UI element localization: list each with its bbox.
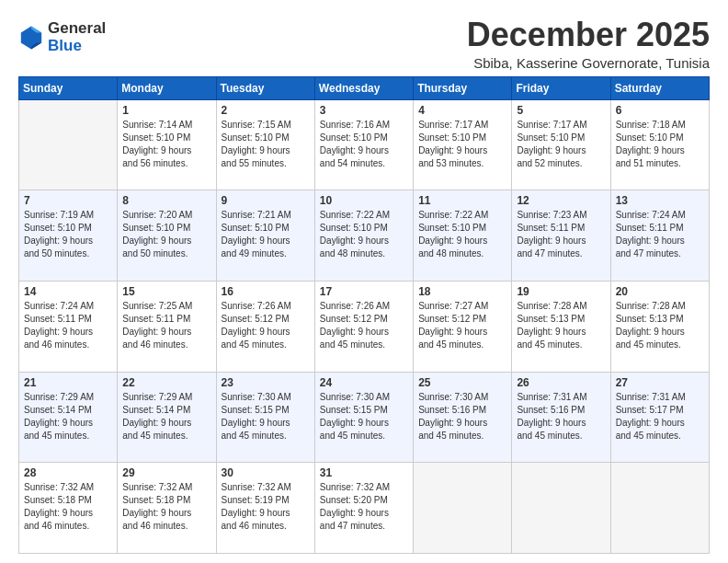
day-info: Sunrise: 7:15 AM Sunset: 5:10 PM Dayligh… — [222, 119, 310, 170]
day-number: 30 — [222, 466, 310, 479]
day-info: Sunrise: 7:28 AM Sunset: 5:13 PM Dayligh… — [517, 300, 605, 351]
title-area: December 2025 Sbiba, Kasserine Governora… — [467, 17, 710, 71]
table-row — [512, 463, 610, 554]
day-info: Sunrise: 7:32 AM Sunset: 5:18 PM Dayligh… — [122, 481, 210, 533]
table-row: 8Sunrise: 7:20 AM Sunset: 5:10 PM Daylig… — [118, 190, 216, 282]
day-info: Sunrise: 7:29 AM Sunset: 5:14 PM Dayligh… — [122, 391, 210, 442]
day-number: 19 — [517, 285, 605, 298]
day-info: Sunrise: 7:17 AM Sunset: 5:10 PM Dayligh… — [517, 119, 605, 170]
header: General Blue December 2025 Sbiba, Kasser… — [18, 17, 710, 71]
logo: General Blue — [18, 20, 106, 54]
header-friday: Friday — [512, 76, 610, 99]
table-row: 26Sunrise: 7:31 AM Sunset: 5:16 PM Dayli… — [512, 372, 610, 463]
calendar-header-row: Sunday Monday Tuesday Wednesday Thursday… — [19, 76, 710, 99]
day-info: Sunrise: 7:28 AM Sunset: 5:13 PM Dayligh… — [616, 300, 704, 351]
day-number: 14 — [24, 285, 112, 298]
day-number: 20 — [616, 285, 704, 298]
day-info: Sunrise: 7:29 AM Sunset: 5:14 PM Dayligh… — [24, 391, 112, 442]
table-row: 13Sunrise: 7:24 AM Sunset: 5:11 PM Dayli… — [610, 190, 709, 282]
day-info: Sunrise: 7:24 AM Sunset: 5:11 PM Dayligh… — [24, 300, 112, 351]
day-info: Sunrise: 7:31 AM Sunset: 5:17 PM Dayligh… — [616, 391, 704, 442]
day-info: Sunrise: 7:17 AM Sunset: 5:10 PM Dayligh… — [418, 119, 506, 170]
calendar-table: Sunday Monday Tuesday Wednesday Thursday… — [18, 76, 710, 554]
day-number: 18 — [418, 285, 506, 298]
day-info: Sunrise: 7:32 AM Sunset: 5:18 PM Dayligh… — [24, 481, 112, 533]
day-info: Sunrise: 7:14 AM Sunset: 5:10 PM Dayligh… — [122, 119, 210, 170]
table-row: 4Sunrise: 7:17 AM Sunset: 5:10 PM Daylig… — [414, 99, 512, 190]
header-monday: Monday — [118, 76, 216, 99]
svg-marker-0 — [21, 26, 41, 49]
day-info: Sunrise: 7:18 AM Sunset: 5:10 PM Dayligh… — [616, 119, 704, 170]
day-number: 2 — [222, 104, 310, 117]
day-number: 25 — [418, 376, 506, 389]
day-info: Sunrise: 7:32 AM Sunset: 5:20 PM Dayligh… — [320, 481, 408, 533]
day-number: 4 — [418, 104, 506, 117]
day-info: Sunrise: 7:19 AM Sunset: 5:10 PM Dayligh… — [24, 209, 112, 260]
day-number: 3 — [320, 104, 408, 117]
header-tuesday: Tuesday — [216, 76, 314, 99]
table-row: 28Sunrise: 7:32 AM Sunset: 5:18 PM Dayli… — [19, 463, 118, 554]
day-number: 10 — [320, 194, 408, 207]
day-number: 16 — [222, 285, 310, 298]
table-row — [414, 463, 512, 554]
logo-icon — [18, 25, 44, 51]
day-number: 26 — [517, 376, 605, 389]
day-info: Sunrise: 7:24 AM Sunset: 5:11 PM Dayligh… — [616, 209, 704, 260]
table-row: 25Sunrise: 7:30 AM Sunset: 5:16 PM Dayli… — [414, 372, 512, 463]
day-info: Sunrise: 7:25 AM Sunset: 5:11 PM Dayligh… — [122, 300, 210, 351]
day-number: 23 — [222, 376, 310, 389]
table-row: 22Sunrise: 7:29 AM Sunset: 5:14 PM Dayli… — [118, 372, 216, 463]
table-row: 14Sunrise: 7:24 AM Sunset: 5:11 PM Dayli… — [19, 281, 118, 372]
table-row: 17Sunrise: 7:26 AM Sunset: 5:12 PM Dayli… — [314, 281, 413, 372]
day-info: Sunrise: 7:22 AM Sunset: 5:10 PM Dayligh… — [418, 209, 506, 260]
table-row: 12Sunrise: 7:23 AM Sunset: 5:11 PM Dayli… — [512, 190, 610, 282]
table-row: 6Sunrise: 7:18 AM Sunset: 5:10 PM Daylig… — [610, 99, 709, 190]
table-row: 29Sunrise: 7:32 AM Sunset: 5:18 PM Dayli… — [118, 463, 216, 554]
day-number: 28 — [24, 466, 112, 479]
table-row: 21Sunrise: 7:29 AM Sunset: 5:14 PM Dayli… — [19, 372, 118, 463]
day-number: 9 — [222, 194, 310, 207]
day-number: 8 — [122, 194, 210, 207]
day-info: Sunrise: 7:30 AM Sunset: 5:15 PM Dayligh… — [222, 391, 310, 442]
day-info: Sunrise: 7:26 AM Sunset: 5:12 PM Dayligh… — [222, 300, 310, 351]
table-row: 7Sunrise: 7:19 AM Sunset: 5:10 PM Daylig… — [19, 190, 118, 282]
day-number: 15 — [122, 285, 210, 298]
day-number: 13 — [616, 194, 704, 207]
table-row: 9Sunrise: 7:21 AM Sunset: 5:10 PM Daylig… — [216, 190, 314, 282]
day-info: Sunrise: 7:22 AM Sunset: 5:10 PM Dayligh… — [320, 209, 408, 260]
table-row: 27Sunrise: 7:31 AM Sunset: 5:17 PM Dayli… — [610, 372, 709, 463]
table-row: 18Sunrise: 7:27 AM Sunset: 5:12 PM Dayli… — [414, 281, 512, 372]
table-row: 24Sunrise: 7:30 AM Sunset: 5:15 PM Dayli… — [314, 372, 413, 463]
day-number: 1 — [122, 104, 210, 117]
day-info: Sunrise: 7:16 AM Sunset: 5:10 PM Dayligh… — [320, 119, 408, 170]
calendar-week-row: 7Sunrise: 7:19 AM Sunset: 5:10 PM Daylig… — [19, 190, 710, 282]
calendar-week-row: 14Sunrise: 7:24 AM Sunset: 5:11 PM Dayli… — [19, 281, 710, 372]
table-row: 30Sunrise: 7:32 AM Sunset: 5:19 PM Dayli… — [216, 463, 314, 554]
day-number: 11 — [418, 194, 506, 207]
day-info: Sunrise: 7:32 AM Sunset: 5:19 PM Dayligh… — [222, 481, 310, 533]
day-info: Sunrise: 7:31 AM Sunset: 5:16 PM Dayligh… — [517, 391, 605, 442]
day-info: Sunrise: 7:21 AM Sunset: 5:10 PM Dayligh… — [222, 209, 310, 260]
table-row: 19Sunrise: 7:28 AM Sunset: 5:13 PM Dayli… — [512, 281, 610, 372]
day-number: 27 — [616, 376, 704, 389]
day-number: 31 — [320, 466, 408, 479]
table-row — [610, 463, 709, 554]
day-info: Sunrise: 7:20 AM Sunset: 5:10 PM Dayligh… — [122, 209, 210, 260]
day-info: Sunrise: 7:26 AM Sunset: 5:12 PM Dayligh… — [320, 300, 408, 351]
day-number: 24 — [320, 376, 408, 389]
table-row: 2Sunrise: 7:15 AM Sunset: 5:10 PM Daylig… — [216, 99, 314, 190]
day-info: Sunrise: 7:30 AM Sunset: 5:16 PM Dayligh… — [418, 391, 506, 442]
day-number: 21 — [24, 376, 112, 389]
logo-blue: Blue — [48, 37, 82, 54]
table-row: 3Sunrise: 7:16 AM Sunset: 5:10 PM Daylig… — [314, 99, 413, 190]
table-row: 20Sunrise: 7:28 AM Sunset: 5:13 PM Dayli… — [610, 281, 709, 372]
day-number: 12 — [517, 194, 605, 207]
table-row: 31Sunrise: 7:32 AM Sunset: 5:20 PM Dayli… — [314, 463, 413, 554]
header-sunday: Sunday — [19, 76, 118, 99]
table-row: 16Sunrise: 7:26 AM Sunset: 5:12 PM Dayli… — [216, 281, 314, 372]
day-number: 5 — [517, 104, 605, 117]
day-number: 17 — [320, 285, 408, 298]
day-info: Sunrise: 7:27 AM Sunset: 5:12 PM Dayligh… — [418, 300, 506, 351]
header-wednesday: Wednesday — [314, 76, 413, 99]
calendar-week-row: 21Sunrise: 7:29 AM Sunset: 5:14 PM Dayli… — [19, 372, 710, 463]
